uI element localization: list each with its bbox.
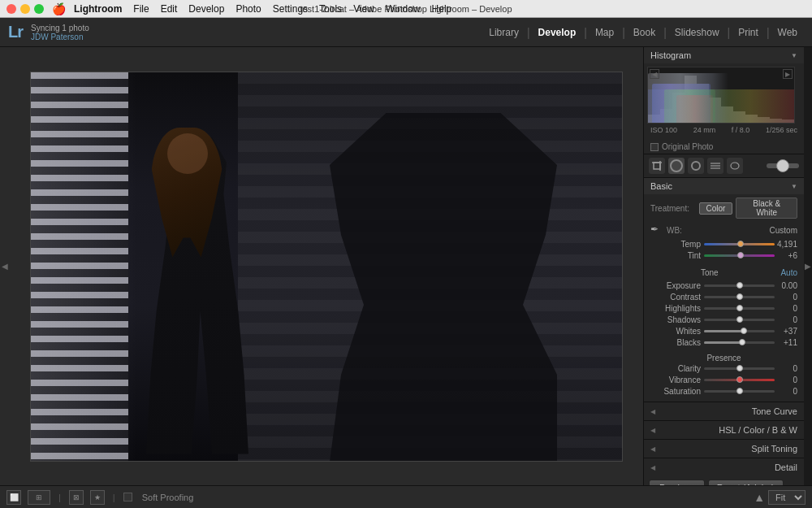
wb-value: Custom	[770, 226, 797, 235]
graduated-filter-tool[interactable]	[707, 158, 723, 174]
tone-curve-row[interactable]: ◀ Tone Curve	[644, 402, 804, 420]
crop-overlay-tool[interactable]	[649, 158, 665, 174]
highlight-clipping-indicator[interactable]: ▶	[783, 69, 793, 79]
temp-slider[interactable]	[704, 243, 775, 245]
close-button[interactable]	[6, 4, 16, 14]
tone-slider-widget[interactable]	[767, 163, 799, 168]
nav-library[interactable]: Library	[482, 25, 525, 40]
bw-treatment-btn[interactable]: Black & White	[736, 198, 797, 219]
tint-value: +6	[775, 251, 797, 260]
spot-removal-tool[interactable]	[668, 158, 685, 174]
bottom-flag-icon[interactable]: ⊠	[69, 490, 84, 505]
clarity-label: Clarity	[650, 364, 701, 373]
tint-slider-thumb	[737, 252, 744, 258]
histogram-panel: ◀ ▶ ISO 100 24 mm f / 8.0 1/256 sec	[644, 63, 804, 140]
clarity-row: Clarity 0	[650, 364, 797, 373]
exposure-label: Exposure	[650, 281, 701, 290]
hsl-row[interactable]: ◀ HSL / Color / B & W	[644, 420, 804, 439]
bottom-view-icon-1[interactable]: ⬜	[6, 490, 21, 505]
whites-slider-thumb	[741, 328, 747, 334]
presence-label: Presence	[706, 351, 741, 365]
left-panel-toggle[interactable]: ◀	[2, 262, 8, 271]
basic-panel-header[interactable]: Basic ▼	[644, 178, 804, 194]
bottom-dropdown[interactable]: Fit Fill 1:1	[768, 490, 806, 505]
bottom-view-icon-2[interactable]: ⊞	[28, 490, 50, 505]
contrast-row: Contrast 0	[650, 293, 797, 302]
detail-label: Detail	[775, 462, 797, 472]
detail-row[interactable]: ◀ Detail	[644, 458, 804, 476]
right-panel-toggle[interactable]: ▶	[804, 47, 812, 485]
basic-triangle: ▼	[791, 183, 797, 190]
shadow-figure	[330, 113, 557, 462]
temp-label: Temp	[650, 240, 701, 249]
bottom-expand-icon[interactable]: ▲	[754, 491, 765, 504]
original-photo-label: Original Photo	[662, 142, 713, 151]
basic-title: Basic	[650, 181, 672, 191]
menu-develop[interactable]: Develop	[188, 3, 224, 15]
bottom-bar: ⬜ ⊞ | ⊠ ★ | Soft Proofing ▲ Fit Fill 1:1	[0, 485, 812, 508]
highlights-slider[interactable]	[704, 307, 775, 310]
shadows-slider[interactable]	[704, 319, 775, 321]
sync-info: Syncing 1 photo JDW Paterson	[31, 24, 89, 41]
nav-slideshow[interactable]: Slideshow	[668, 25, 726, 40]
exif-shutter: 1/256 sec	[766, 126, 797, 134]
whites-slider-fill	[704, 330, 744, 332]
fullscreen-button[interactable]	[34, 4, 44, 14]
menu-file[interactable]: File	[133, 3, 149, 15]
nav-develop[interactable]: Develop	[532, 25, 583, 40]
saturation-slider-thumb	[736, 388, 743, 394]
vibrance-slider[interactable]	[704, 379, 775, 381]
wb-eyedropper-icon[interactable]: ✒	[650, 224, 663, 237]
shadow-clipping-indicator[interactable]: ◀	[650, 69, 659, 79]
bottom-star-icon[interactable]: ★	[90, 490, 105, 505]
clarity-value: 0	[775, 364, 797, 373]
whites-slider[interactable]	[704, 330, 775, 332]
redeye-tool[interactable]	[688, 158, 704, 174]
main-area: ◀	[0, 47, 812, 485]
nav-map[interactable]: Map	[589, 25, 620, 40]
minimize-button[interactable]	[20, 4, 30, 14]
previous-button[interactable]: Previous	[649, 480, 705, 485]
menu-lightroom[interactable]: Lightroom	[74, 3, 122, 15]
treatment-row: Treatment: Color Black & White	[650, 198, 797, 219]
reset-button[interactable]: Reset (Adobe)	[708, 480, 784, 485]
contrast-slider[interactable]	[704, 296, 775, 298]
split-toning-label: Split Toning	[751, 444, 797, 454]
nav-web[interactable]: Web	[771, 25, 804, 40]
original-photo-row: Original Photo	[644, 140, 804, 154]
tint-label: Tint	[650, 251, 701, 260]
split-toning-arrow: ◀	[650, 445, 655, 453]
exposure-value: 0.00	[775, 281, 797, 290]
menu-photo[interactable]: Photo	[235, 3, 261, 15]
vibrance-label: Vibrance	[650, 376, 701, 384]
split-toning-row[interactable]: ◀ Split Toning	[644, 439, 804, 458]
auto-button[interactable]: Auto	[780, 268, 797, 277]
radial-filter-tool[interactable]	[727, 158, 743, 174]
blacks-value: +11	[775, 338, 797, 347]
exif-aperture: f / 8.0	[732, 126, 750, 134]
lr-logo: Lr	[8, 23, 23, 41]
color-treatment-btn[interactable]: Color	[699, 202, 733, 215]
wb-label: WB:	[667, 226, 691, 235]
tint-row: Tint +6	[650, 251, 797, 260]
temp-slider-thumb	[737, 241, 744, 247]
menu-edit[interactable]: Edit	[161, 3, 178, 15]
blacks-slider-thumb	[739, 339, 745, 345]
saturation-slider[interactable]	[704, 390, 775, 393]
highlights-row: Highlights 0	[650, 304, 797, 313]
clarity-slider[interactable]	[704, 367, 775, 370]
presence-header: Presence	[650, 350, 797, 364]
histogram-header[interactable]: Histogram ▼	[644, 47, 804, 63]
shadows-label: Shadows	[650, 315, 701, 324]
clarity-slider-thumb	[736, 365, 743, 371]
face-highlight	[167, 133, 208, 174]
nav-print[interactable]: Print	[732, 25, 765, 40]
vibrance-value: 0	[775, 376, 797, 384]
exposure-slider[interactable]	[704, 284, 775, 287]
apple-menu[interactable]: 🍎	[52, 2, 66, 15]
tint-slider[interactable]	[704, 254, 775, 257]
blacks-slider[interactable]	[704, 341, 775, 344]
soft-proofing-checkbox[interactable]	[123, 493, 132, 501]
nav-book[interactable]: Book	[627, 25, 662, 40]
original-photo-checkbox[interactable]	[650, 143, 659, 151]
